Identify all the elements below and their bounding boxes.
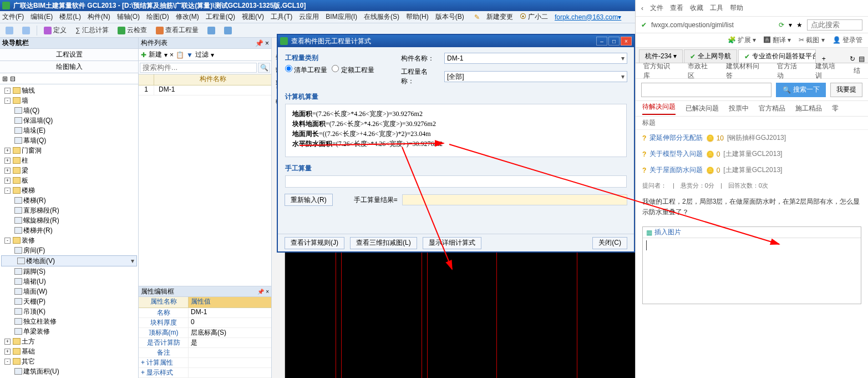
tree-item[interactable]: 房间(F) bbox=[1, 245, 137, 255]
select-qty[interactable]: [全部] bbox=[444, 71, 627, 82]
property-row[interactable]: 是否计算防是 bbox=[139, 338, 271, 348]
subtab-zero[interactable]: 零 bbox=[832, 104, 839, 113]
menu-view[interactable]: 查看 bbox=[670, 3, 683, 13]
view-3d-button[interactable]: 查看三维扣减图(L) bbox=[350, 237, 417, 249]
question-row[interactable]: ? 关于模型导入问题 🪙 0 [土建算量GCL2013] bbox=[636, 146, 868, 162]
select-name[interactable]: DM-1 bbox=[444, 53, 627, 64]
nav-link[interactable]: 市政社区 bbox=[688, 62, 714, 80]
nav-link[interactable]: 建筑培训 bbox=[815, 62, 841, 80]
menu-item[interactable]: BIM应用(I) bbox=[326, 12, 357, 22]
project-settings-tab[interactable]: 工程设置 bbox=[0, 49, 138, 61]
menu-item[interactable]: 在线服务(S) bbox=[364, 12, 399, 22]
menu-item[interactable]: 工程量(Q) bbox=[206, 12, 235, 22]
draw-input-tab[interactable]: 绘图输入 bbox=[0, 61, 138, 73]
tree-item[interactable]: 建筑面积(U) bbox=[1, 366, 137, 376]
dlg-minimize[interactable]: – bbox=[596, 37, 607, 46]
close-button[interactable]: 关闭(C) bbox=[592, 237, 627, 249]
tree-item[interactable]: -楼梯 bbox=[1, 185, 137, 195]
menu-item[interactable]: 辅轴(O) bbox=[117, 12, 140, 22]
menu-item[interactable]: 帮助(H) bbox=[406, 12, 429, 22]
nav-link[interactable]: 结 bbox=[854, 66, 860, 75]
screenshot-button[interactable]: ✂ 截图 ▾ bbox=[799, 36, 825, 45]
tb-extra[interactable] bbox=[205, 26, 217, 35]
tree-item[interactable]: 幕墙(Q) bbox=[1, 135, 137, 145]
tree-item[interactable]: 单梁装修 bbox=[1, 326, 137, 336]
question-row[interactable]: ? 关于屋面防水问题 🪙 0 [土建算量GCL2013] bbox=[636, 162, 868, 178]
tree-item[interactable]: 保温墙(Q) bbox=[1, 115, 137, 125]
back-icon[interactable]: ‹ bbox=[641, 4, 643, 12]
menu-item[interactable]: 修改(M) bbox=[176, 12, 199, 22]
reload-icon[interactable]: ⟳ bbox=[779, 21, 784, 29]
menu-item[interactable]: 构件(N) bbox=[88, 12, 110, 22]
tree-item[interactable]: -轴线 bbox=[1, 85, 137, 95]
omnibox-search[interactable] bbox=[807, 19, 862, 31]
site-search-button[interactable]: 🔍 搜索一下 bbox=[776, 83, 826, 97]
tree-item[interactable]: 螺旋梯段(R) bbox=[1, 215, 137, 225]
prop-expand-calc[interactable]: + 计算属性 bbox=[139, 358, 271, 368]
menu-item[interactable]: 工具(T) bbox=[271, 12, 292, 22]
cloud-check-button[interactable]: 云检查 bbox=[115, 25, 149, 36]
tab-restore[interactable]: ↻ bbox=[850, 55, 855, 63]
tree-item[interactable]: -其它 bbox=[1, 356, 137, 366]
view-qty-button[interactable]: 查看工程量 bbox=[154, 25, 201, 36]
menu-tool[interactable]: 工具 bbox=[710, 3, 723, 13]
tree-item[interactable]: 墙(Q) bbox=[1, 105, 137, 115]
account-link[interactable]: forpk.chen@163.com▾ bbox=[555, 13, 621, 21]
subtab-pending[interactable]: 待解决问题 bbox=[642, 102, 676, 115]
dlg-close[interactable]: × bbox=[621, 37, 632, 46]
question-row[interactable]: ? 梁延伸部分无配筋 🪙 10 [钢筋抽样GGJ2013] bbox=[636, 130, 868, 146]
menu-item[interactable]: 楼层(L) bbox=[59, 12, 81, 22]
collapse-icon[interactable]: ⊟ bbox=[10, 75, 16, 83]
tree-item[interactable]: 直形梯段(R) bbox=[1, 205, 137, 215]
ask-button[interactable]: 我要提 bbox=[830, 83, 862, 97]
show-detail-button[interactable]: 显示详细计算式 bbox=[423, 237, 481, 249]
subtab-construction[interactable]: 施工精品 bbox=[795, 104, 822, 113]
property-row[interactable]: 名称DM-1 bbox=[139, 308, 271, 318]
tree-item[interactable]: +门窗洞 bbox=[1, 145, 137, 155]
tree-item[interactable]: 墙垛(E) bbox=[1, 125, 137, 135]
subtab-vote[interactable]: 投票中 bbox=[729, 104, 749, 113]
component-tree[interactable]: -轴线-墙墙(Q)保温墙(Q)墙垛(E)幕墙(Q)+门窗洞+柱+梁+板-楼梯楼梯… bbox=[0, 84, 138, 378]
menu-help[interactable]: 帮助 bbox=[730, 3, 743, 13]
search-input[interactable] bbox=[140, 63, 257, 73]
tree-item[interactable]: +土方 bbox=[1, 336, 137, 346]
tab-3[interactable]: ✔专业造价问题答疑平台-广联达服× bbox=[738, 49, 816, 63]
radio-quota[interactable]: 定额工程量 bbox=[332, 65, 374, 75]
tree-item[interactable]: +板 bbox=[1, 175, 137, 185]
tree-item[interactable]: 楼梯(R) bbox=[1, 195, 137, 205]
radio-list[interactable]: 清单工程量 bbox=[285, 65, 327, 75]
prop-expand-display[interactable]: + 显示样式 bbox=[139, 368, 271, 378]
tab-1[interactable]: 杭件-234 ▾ bbox=[639, 49, 683, 63]
tree-item[interactable]: 吊顶(K) bbox=[1, 306, 137, 316]
view-rules-button[interactable]: 查看计算规则(J) bbox=[285, 237, 344, 249]
reinput-button[interactable]: 重新输入(R) bbox=[285, 194, 333, 206]
property-row[interactable]: 顶标高(m)层底标高(S) bbox=[139, 328, 271, 338]
result-input[interactable] bbox=[402, 194, 627, 205]
define-button[interactable]: 定义 bbox=[42, 25, 69, 36]
insert-image-box[interactable]: ▦插入图片 bbox=[642, 226, 861, 304]
tree-item[interactable]: 墙面(W) bbox=[1, 286, 137, 296]
menu-item[interactable]: 绘图(D) bbox=[146, 12, 169, 22]
manual-input[interactable] bbox=[285, 175, 627, 188]
login-button[interactable]: 👤 登录管 bbox=[833, 36, 862, 45]
subtab-solved[interactable]: 已解决问题 bbox=[686, 104, 719, 113]
nav-link[interactable]: 建筑材料问答 bbox=[726, 62, 765, 80]
url-text[interactable]: fwxgx.com/question/giml/list bbox=[651, 21, 774, 29]
translate-button[interactable]: 🅰 翻译 ▾ bbox=[764, 36, 791, 45]
property-row[interactable]: 备注 bbox=[139, 348, 271, 358]
list-item[interactable]: 1DM-1 bbox=[139, 85, 271, 95]
tab-2[interactable]: ✔全上网导航 bbox=[684, 49, 737, 63]
tb-extra2[interactable] bbox=[222, 26, 234, 35]
tree-item[interactable]: +梁 bbox=[1, 165, 137, 175]
tab-menu[interactable]: ▤ bbox=[859, 55, 865, 63]
sum-button[interactable]: ∑ 汇总计算 bbox=[73, 25, 111, 36]
tree-item[interactable]: 楼地面(V) bbox=[1, 255, 137, 266]
site-search-input[interactable] bbox=[641, 83, 771, 97]
menu-item[interactable]: 云应用 bbox=[299, 12, 319, 22]
filter-button[interactable]: 过滤 bbox=[195, 50, 209, 59]
menu-item[interactable]: 编辑(E) bbox=[31, 12, 53, 22]
ext-button[interactable]: 🧩 扩展 ▾ bbox=[728, 36, 757, 45]
expand-icon[interactable]: ⊞ bbox=[2, 75, 8, 83]
menu-item[interactable]: 版本号(B) bbox=[435, 12, 464, 22]
gld-label[interactable]: ⦿ 广小二 bbox=[520, 12, 548, 22]
